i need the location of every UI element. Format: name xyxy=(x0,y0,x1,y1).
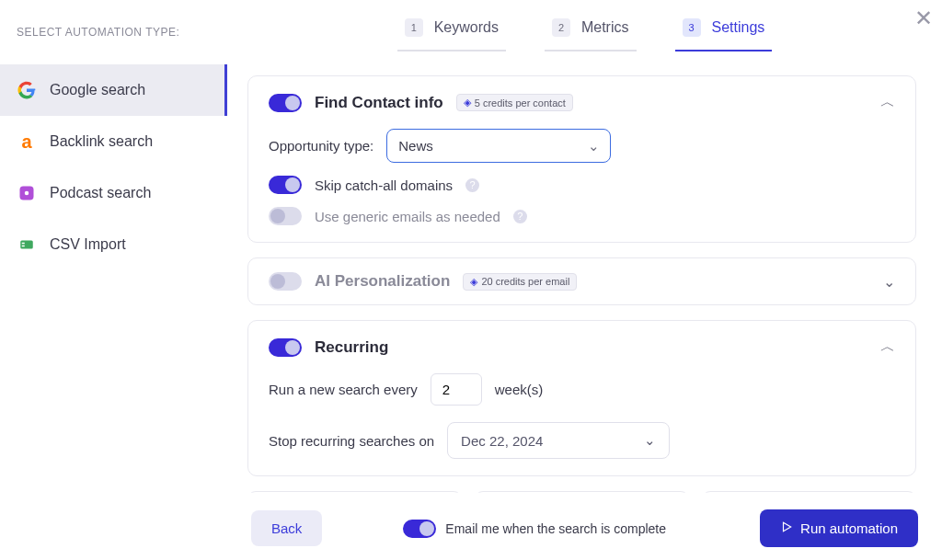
step-num: 3 xyxy=(683,18,701,37)
card-title: Recurring xyxy=(315,338,388,357)
stop-recurring-label: Stop recurring searches on xyxy=(269,433,434,449)
card-title: Find Contact info xyxy=(315,94,443,112)
credits-badge: ◈ 20 credits per email xyxy=(463,273,577,291)
step-tab-settings[interactable]: 3 Settings xyxy=(675,11,773,51)
sidebar-item-podcast-search[interactable]: Podcast search xyxy=(0,167,227,219)
svg-rect-3 xyxy=(22,243,25,245)
email-on-complete: Email me when the search is complete xyxy=(403,520,666,538)
svg-rect-4 xyxy=(22,246,25,247)
play-icon xyxy=(780,520,793,536)
main: 1 Keywords 2 Metrics 3 Settings Find Con… xyxy=(227,0,942,560)
card-ai-personalization: AI Personalization ◈ 20 credits per emai… xyxy=(247,257,916,305)
sidebar-item-label: Podcast search xyxy=(50,185,151,201)
help-icon[interactable]: ? xyxy=(465,178,479,192)
run-every-prefix: Run a new search every xyxy=(269,382,418,397)
google-icon xyxy=(17,80,37,100)
svg-point-1 xyxy=(25,191,29,196)
toggle-skip-catchall[interactable] xyxy=(269,176,302,194)
close-icon[interactable]: ✕ xyxy=(914,6,933,31)
run-automation-button[interactable]: Run automation xyxy=(760,509,918,547)
csv-icon xyxy=(17,234,37,255)
generic-emails-label: Use generic emails as needed xyxy=(315,209,500,224)
step-label: Metrics xyxy=(581,19,629,36)
footer: Back Email me when the search is complet… xyxy=(247,493,922,560)
chevron-down-icon[interactable]: ⌄ xyxy=(883,273,895,291)
skip-catchall-label: Skip catch-all domains xyxy=(315,177,453,193)
toggle-find-contact[interactable] xyxy=(269,94,302,112)
step-tab-keywords[interactable]: 1 Keywords xyxy=(397,11,506,51)
email-complete-label: Email me when the search is complete xyxy=(445,521,666,536)
toggle-generic-emails[interactable] xyxy=(269,207,302,225)
chevron-down-icon: ⌄ xyxy=(644,432,656,449)
chevron-up-icon[interactable]: ︿ xyxy=(880,337,895,357)
toggle-ai-personalization[interactable] xyxy=(269,272,302,291)
sidebar-item-csv-import[interactable]: CSV Import xyxy=(0,219,227,270)
sidebar: SELECT AUTOMATION TYPE: Google search a … xyxy=(0,0,227,560)
step-label: Settings xyxy=(712,19,765,36)
step-num: 1 xyxy=(405,18,423,37)
card-title: AI Personalization xyxy=(315,272,450,291)
credit-icon: ◈ xyxy=(470,276,477,288)
credit-icon: ◈ xyxy=(464,97,471,109)
run-every-input[interactable] xyxy=(431,373,482,406)
back-button[interactable]: Back xyxy=(251,510,322,546)
sidebar-item-label: CSV Import xyxy=(50,236,126,253)
sidebar-item-label: Google search xyxy=(50,82,145,98)
sidebar-item-label: Backlink search xyxy=(50,133,153,150)
sidebar-item-google-search[interactable]: Google search xyxy=(0,64,227,116)
sidebar-title: SELECT AUTOMATION TYPE: xyxy=(17,26,227,39)
step-tabs: 1 Keywords 2 Metrics 3 Settings xyxy=(247,11,922,51)
help-icon[interactable]: ? xyxy=(513,210,527,223)
run-label: Run automation xyxy=(800,520,898,536)
credits-badge: ◈ 5 credits per contact xyxy=(456,94,573,111)
chevron-up-icon[interactable]: ︿ xyxy=(880,93,895,112)
opportunity-type-value[interactable] xyxy=(386,129,611,163)
sidebar-item-backlink-search[interactable]: a Backlink search xyxy=(0,116,227,167)
opportunity-type-label: Opportunity type: xyxy=(269,138,373,154)
card-recurring: Recurring ︿ Run a new search every week(… xyxy=(247,320,916,476)
run-every-suffix: week(s) xyxy=(495,382,544,397)
stop-date-picker[interactable]: Dec 22, 2024 ⌄ xyxy=(447,422,670,459)
toggle-email-complete[interactable] xyxy=(403,520,436,538)
opportunity-type-select[interactable]: ⌄ xyxy=(386,129,611,163)
toggle-recurring[interactable] xyxy=(269,338,302,357)
card-find-contact: Find Contact info ◈ 5 credits per contac… xyxy=(247,75,916,243)
svg-marker-5 xyxy=(784,522,791,531)
step-num: 2 xyxy=(552,18,570,37)
podcast-icon xyxy=(17,183,37,203)
step-tab-metrics[interactable]: 2 Metrics xyxy=(545,11,637,51)
stop-date-value: Dec 22, 2024 xyxy=(461,433,543,449)
step-label: Keywords xyxy=(434,19,499,36)
svg-rect-2 xyxy=(20,241,33,249)
ahrefs-icon: a xyxy=(17,131,37,152)
